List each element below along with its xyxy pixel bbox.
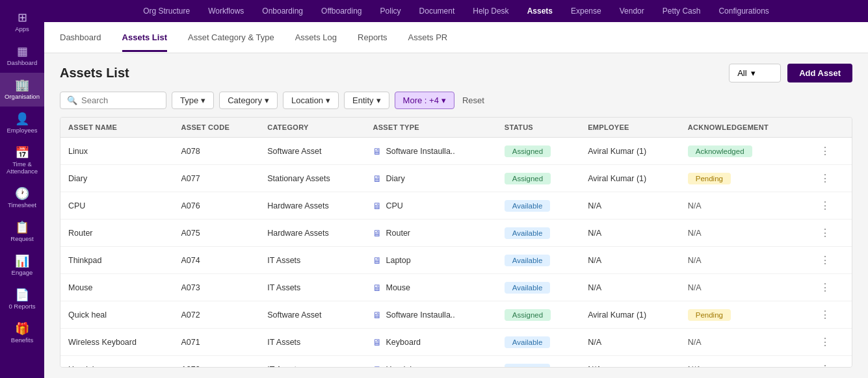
asset-type-icon: 🖥: [373, 228, 382, 238]
tab-assets-pr[interactable]: Assets PR: [408, 23, 448, 51]
acknowledgement-badge: N/A: [688, 256, 702, 265]
topnav-vendor[interactable]: Vendor: [620, 3, 644, 19]
main-container: Org Structure Workflows Onboarding Offbo…: [44, 0, 868, 378]
cell-category: IT Assets: [259, 247, 365, 274]
cell-asset-code: A071: [174, 329, 260, 356]
row-actions-button[interactable]: ⋮: [817, 307, 833, 322]
row-actions-button[interactable]: ⋮: [817, 198, 833, 213]
topnav-onboarding[interactable]: Onboarding: [262, 3, 303, 19]
sidebar-item-label: Timesheet: [8, 201, 36, 208]
search-box[interactable]: 🔍: [60, 92, 166, 109]
chevron-down-icon: ▾: [441, 95, 446, 105]
topnav-org-structure[interactable]: Org Structure: [143, 3, 190, 19]
benefits-icon: 🎁: [15, 323, 29, 334]
topnav-configurations[interactable]: Configurations: [718, 3, 769, 19]
tab-assets-list[interactable]: Assets List: [122, 23, 167, 51]
asset-type-icon: 🖥: [373, 255, 382, 266]
topnav-expense[interactable]: Expense: [571, 3, 601, 19]
topnav-petty-cash[interactable]: Petty Cash: [663, 3, 701, 19]
tab-dashboard[interactable]: Dashboard: [60, 23, 101, 51]
cell-asset-name: Mouse: [60, 274, 174, 301]
location-filter[interactable]: Location ▾: [283, 92, 339, 109]
tab-assets-log[interactable]: Assets Log: [295, 23, 337, 51]
status-badge: Available: [505, 364, 550, 368]
topnav-assets[interactable]: Assets: [527, 3, 553, 19]
asset-type-icon: 🖥: [373, 337, 382, 347]
sidebar-item-apps[interactable]: ⊞ Apps: [0, 5, 44, 39]
chevron-down-icon: ▾: [751, 68, 756, 78]
status-badge: Available: [505, 255, 550, 266]
cell-asset-name: Quick heal: [60, 301, 174, 329]
type-filter-label: Type: [180, 95, 198, 105]
tab-asset-category-type[interactable]: Asset Category & Type: [188, 23, 274, 51]
asset-type-icon: 🖥: [373, 283, 382, 293]
reports-icon: 📄: [15, 289, 29, 301]
table-row: Router A075 Hardware Assets 🖥 Router Ava…: [60, 220, 852, 247]
topnav-offboarding[interactable]: Offboarding: [321, 3, 362, 19]
asset-type-label: Mouse: [386, 283, 410, 292]
sidebar-item-dashboard[interactable]: ▦ Dashboard: [0, 39, 44, 73]
asset-type-label: Headphones: [386, 365, 432, 368]
cell-acknowledgement: N/A: [680, 247, 810, 274]
sidebar-item-label: Time &Attendance: [7, 160, 38, 175]
category-filter[interactable]: Category ▾: [219, 92, 278, 109]
status-badge: Available: [505, 227, 550, 239]
sub-nav: Dashboard Assets List Asset Category & T…: [44, 22, 868, 53]
sidebar-item-reports[interactable]: 📄 0 Reports: [0, 283, 44, 316]
col-category: CATEGORY: [259, 118, 365, 138]
col-acknowledgement: ACKNOWLEDGEMENT: [680, 118, 810, 138]
more-filters-button[interactable]: More : +4 ▾: [395, 92, 454, 109]
asset-type-label: Diary: [386, 174, 404, 183]
table-row: Thinkpad A074 IT Assets 🖥 Laptop Availab…: [60, 247, 852, 274]
sidebar-item-label: 0 Reports: [8, 303, 35, 310]
cell-employee: N/A: [580, 274, 680, 301]
table-row: Quick heal A072 Software Asset 🖥 Softwar…: [60, 301, 852, 329]
add-asset-button[interactable]: Add Asset: [787, 64, 852, 82]
type-filter[interactable]: Type ▾: [172, 92, 214, 109]
cell-acknowledgement: Pending: [680, 301, 810, 329]
row-actions-button[interactable]: ⋮: [817, 334, 833, 349]
sidebar-item-timesheet[interactable]: 🕐 Timesheet: [0, 181, 44, 215]
status-badge: Available: [505, 200, 550, 212]
asset-type-label: Router: [386, 229, 410, 238]
cell-asset-type: 🖥 Mouse: [365, 274, 496, 301]
cell-category: Software Asset: [259, 301, 365, 329]
row-actions-button[interactable]: ⋮: [817, 171, 833, 186]
sidebar-item-time-attendance[interactable]: 📅 Time &Attendance: [0, 140, 44, 181]
row-actions-button[interactable]: ⋮: [817, 362, 833, 368]
tab-reports[interactable]: Reports: [358, 23, 388, 51]
topnav-policy[interactable]: Policy: [380, 3, 401, 19]
cell-employee: Aviral Kumar (1): [580, 138, 680, 165]
status-badge: Assigned: [505, 309, 551, 321]
sidebar-item-benefits[interactable]: 🎁 Benefits: [0, 316, 44, 350]
cell-asset-code: A073: [174, 274, 260, 301]
status-badge: Assigned: [505, 145, 551, 157]
cell-employee: N/A: [580, 329, 680, 356]
acknowledgement-badge: N/A: [688, 365, 702, 368]
reset-filters-button[interactable]: Reset: [460, 92, 487, 108]
sidebar-item-organisation[interactable]: 🏢 Organisation: [0, 73, 44, 107]
sidebar-item-engage[interactable]: 📊 Engage: [0, 249, 44, 283]
assets-table: ASSET NAME ASSET CODE CATEGORY ASSET TYP…: [60, 118, 852, 368]
request-icon: 📋: [15, 221, 29, 233]
cell-category: IT Assets: [259, 329, 365, 356]
all-dropdown[interactable]: All ▾: [729, 64, 781, 82]
cell-category: IT Assets: [259, 356, 365, 368]
table-header-row: ASSET NAME ASSET CODE CATEGORY ASSET TYP…: [60, 118, 852, 138]
cell-status: Assigned: [497, 301, 580, 329]
row-actions-button[interactable]: ⋮: [817, 253, 833, 268]
table-row: Mouse A073 IT Assets 🖥 Mouse Available N…: [60, 274, 852, 301]
acknowledgement-badge: Pending: [688, 173, 731, 184]
sidebar-item-request[interactable]: 📋 Request: [0, 215, 44, 249]
sidebar-item-employees[interactable]: 👤 Employees: [0, 107, 44, 140]
topnav-workflows[interactable]: Workflows: [208, 3, 244, 19]
row-actions-button[interactable]: ⋮: [817, 144, 833, 158]
table-row: Linux A078 Software Asset 🖥 Software Ins…: [60, 138, 852, 165]
row-actions-button[interactable]: ⋮: [817, 280, 833, 295]
entity-filter[interactable]: Entity ▾: [344, 92, 389, 109]
employees-icon: 👤: [15, 113, 29, 125]
search-input[interactable]: [81, 95, 159, 105]
topnav-document[interactable]: Document: [419, 3, 455, 19]
row-actions-button[interactable]: ⋮: [817, 225, 833, 240]
topnav-help-desk[interactable]: Help Desk: [473, 3, 508, 19]
